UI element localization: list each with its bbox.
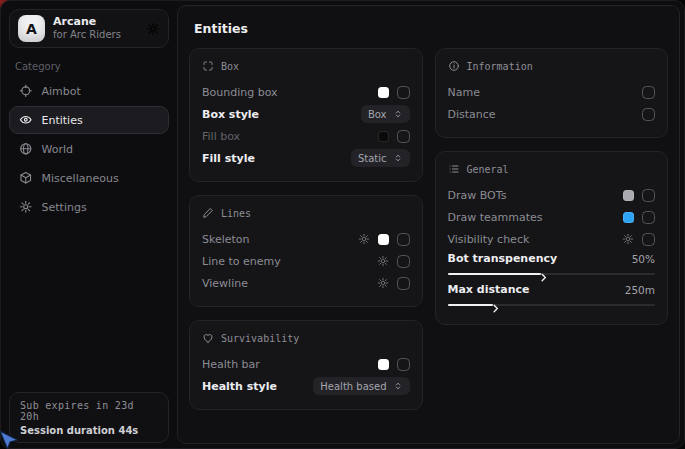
sidebar-item-aimbot[interactable]: Aimbot [9, 77, 169, 105]
row-controls: Health based [313, 377, 409, 395]
main-panel: Entities BoxBounding boxBox styleBoxFill… [177, 5, 680, 444]
list-icon [448, 163, 460, 175]
sidebar-item-label: World [42, 143, 74, 156]
dropdown-value: Health based [320, 381, 386, 392]
setting-row-bounding-box: Bounding box [202, 81, 410, 103]
slider-row-max-distance: Max distance250m [448, 281, 656, 312]
card-title: Lines [221, 208, 251, 219]
checkbox-viewline[interactable] [397, 277, 410, 290]
checkbox-line-to-enemy[interactable] [397, 255, 410, 268]
gear-icon[interactable] [622, 233, 634, 245]
setting-label: Visibility check [448, 233, 623, 246]
pencil-icon [202, 207, 214, 219]
checkbox-visibility-check[interactable] [642, 233, 655, 246]
updown-icon [393, 153, 403, 163]
gear-icon[interactable] [377, 255, 389, 267]
updown-icon [393, 109, 403, 119]
color-swatch-health-bar[interactable] [378, 359, 389, 370]
sidebar-item-label: Aimbot [42, 85, 81, 98]
dropdown-box-style[interactable]: Box [361, 105, 410, 123]
sidebar-nav: AimbotEntitiesWorldMiscellaneousSettings [1, 77, 177, 221]
card-header: Survivability [202, 332, 410, 344]
card-lines: LinesSkeletonLine to enemyViewline [189, 195, 423, 307]
scan-icon [202, 60, 214, 72]
setting-row-name: Name [448, 81, 656, 103]
brand-text: Arcane for Arc Riders [53, 16, 138, 40]
setting-label: Viewline [202, 277, 377, 290]
row-controls [623, 189, 655, 202]
checkbox-fill-box[interactable] [397, 130, 410, 143]
slider-thumb[interactable] [538, 268, 549, 287]
setting-label: Draw BOTs [448, 189, 624, 202]
app-window: A Arcane for Arc Riders Category AimbotE… [0, 0, 685, 449]
mouse-cursor [0, 430, 22, 449]
color-swatch-draw-bots[interactable] [623, 190, 634, 201]
slider-max-distance[interactable] [448, 304, 656, 306]
row-controls [378, 86, 410, 99]
sidebar-item-miscellaneous[interactable]: Miscellaneous [9, 164, 169, 192]
checkbox-draw-bots[interactable] [642, 189, 655, 202]
dropdown-fill-style[interactable]: Static [351, 149, 410, 167]
page-title: Entities [178, 6, 679, 36]
checkbox-skeleton[interactable] [397, 233, 410, 246]
setting-row-draw-bots: Draw BOTs [448, 184, 656, 206]
sub-expiry-text: Sub expires in 23d 20h [20, 400, 158, 422]
color-swatch-bounding-box[interactable] [378, 87, 389, 98]
setting-label: Health bar [202, 358, 378, 371]
slider-value: 250m [625, 284, 655, 296]
sidebar-item-settings[interactable]: Settings [9, 193, 169, 221]
crosshair-icon [19, 84, 33, 98]
setting-label: Max distance [448, 283, 625, 296]
setting-row-health-style: Health styleHealth based [202, 375, 410, 397]
card-title: Survivability [221, 333, 299, 344]
setting-label: Fill style [202, 152, 351, 165]
sidebar: A Arcane for Arc Riders Category AimbotE… [1, 1, 177, 448]
slider-bot-transpenency[interactable] [448, 273, 656, 275]
brand-gear-button[interactable] [146, 22, 160, 36]
setting-label: Line to enemy [202, 255, 377, 268]
setting-label: Bounding box [202, 86, 378, 99]
app-logo: A [18, 15, 45, 42]
gear-icon[interactable] [377, 277, 389, 289]
sidebar-item-world[interactable]: World [9, 135, 169, 163]
updown-icon [393, 381, 403, 391]
sidebar-item-entities[interactable]: Entities [9, 106, 169, 134]
gear-icon [19, 200, 33, 214]
setting-label: Draw teammates [448, 211, 624, 224]
checkbox-name[interactable] [642, 86, 655, 99]
row-controls [378, 130, 410, 143]
setting-row-distance: Distance [448, 103, 656, 125]
checkbox-health-bar[interactable] [397, 358, 410, 371]
setting-label: Bot transpenency [448, 252, 632, 265]
card-header: Information [448, 60, 656, 72]
setting-row-skeleton: Skeleton [202, 228, 410, 250]
checkbox-distance[interactable] [642, 108, 655, 121]
dropdown-health-style[interactable]: Health based [313, 377, 409, 395]
setting-row-box-style: Box styleBox [202, 103, 410, 125]
slider-thumb[interactable] [490, 299, 501, 318]
setting-row-line-to-enemy: Line to enemy [202, 250, 410, 272]
dropdown-value: Box [368, 109, 387, 120]
setting-row-health-bar: Health bar [202, 353, 410, 375]
row-controls: Static [351, 149, 410, 167]
brand-card: A Arcane for Arc Riders [9, 9, 169, 48]
cube-icon [19, 171, 33, 185]
app-subtitle: for Arc Riders [53, 29, 138, 41]
subscription-card: Sub expires in 23d 20h Session duration … [9, 392, 169, 443]
checkbox-bounding-box[interactable] [397, 86, 410, 99]
left-column: BoxBounding boxBox styleBoxFill boxFill … [189, 48, 423, 410]
health-icon [202, 332, 214, 344]
gear-icon[interactable] [358, 233, 370, 245]
app-title: Arcane [53, 16, 138, 29]
sidebar-item-label: Entities [42, 114, 83, 127]
color-swatch-draw-teammates[interactable] [623, 212, 634, 223]
entities-icon [19, 113, 33, 127]
right-column: InformationNameDistanceGeneralDraw BOTsD… [435, 48, 669, 325]
card-survivability: SurvivabilityHealth barHealth styleHealt… [189, 320, 423, 410]
color-swatch-skeleton[interactable] [378, 234, 389, 245]
setting-label: Distance [448, 108, 643, 121]
checkbox-draw-teammates[interactable] [642, 211, 655, 224]
row-controls [622, 233, 655, 246]
color-swatch-fill-box[interactable] [378, 131, 389, 142]
row-controls [378, 358, 410, 371]
